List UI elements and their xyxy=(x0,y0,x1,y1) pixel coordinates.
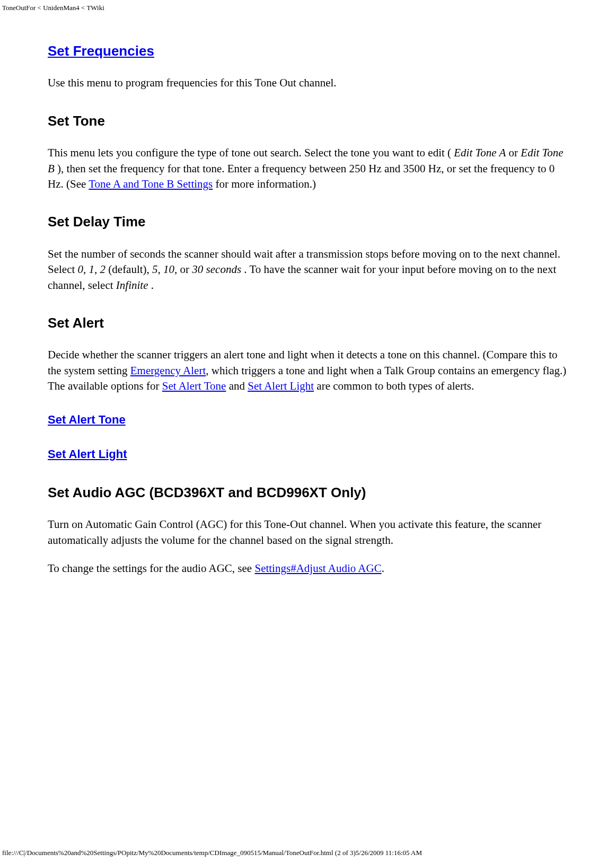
heading-set-alert: Set Alert xyxy=(48,313,568,332)
text: and xyxy=(226,380,248,392)
text: or xyxy=(506,146,521,159)
footer-file-path: file:///C|/Documents%20and%20Settings/PO… xyxy=(2,848,422,858)
content-area: Set Frequencies Use this menu to program… xyxy=(0,0,616,577)
header-breadcrumb: ToneOutFor < UnidenMan4 < TWiki xyxy=(2,3,104,13)
text: This menu lets you configure the type of… xyxy=(48,146,454,159)
link-set-frequencies[interactable]: Set Frequencies xyxy=(48,43,154,59)
paragraph-set-frequencies: Use this menu to program frequencies for… xyxy=(48,75,568,91)
em-delay-012: 0, 1, 2 xyxy=(78,263,106,276)
heading-set-tone: Set Tone xyxy=(48,111,568,130)
link-set-alert-tone-inline[interactable]: Set Alert Tone xyxy=(162,380,226,392)
text: are common to both types of alerts. xyxy=(314,380,474,392)
link-tone-ab-settings[interactable]: Tone A and Tone B Settings xyxy=(89,178,213,190)
link-emergency-alert[interactable]: Emergency Alert xyxy=(130,364,206,377)
em-edit-tone-a: Edit Tone A xyxy=(454,146,506,159)
heading-set-audio-agc: Set Audio AGC (BCD396XT and BCD996XT Onl… xyxy=(48,483,568,502)
link-set-alert-light-inline[interactable]: Set Alert Light xyxy=(248,380,314,392)
text: (default), xyxy=(105,263,152,276)
heading-set-delay-time: Set Delay Time xyxy=(48,212,568,231)
heading-set-frequencies: Set Frequencies xyxy=(48,41,568,60)
em-delay-infinite: Infinite xyxy=(116,279,148,292)
text: . xyxy=(148,279,154,292)
link-set-alert-tone[interactable]: Set Alert Tone xyxy=(48,413,126,426)
page: ToneOutFor < UnidenMan4 < TWiki Set Freq… xyxy=(0,0,616,863)
em-delay-510: 5, 10, xyxy=(152,263,177,276)
text: . xyxy=(382,562,384,575)
link-settings-adjust-agc[interactable]: Settings#Adjust Audio AGC xyxy=(254,562,381,575)
text: To change the settings for the audio AGC… xyxy=(48,562,254,575)
em-delay-30: 30 seconds xyxy=(192,263,241,276)
paragraph-set-tone: This menu lets you configure the type of… xyxy=(48,145,568,192)
paragraph-agc-2: To change the settings for the audio AGC… xyxy=(48,561,568,576)
text: for more information.) xyxy=(213,178,316,190)
paragraph-set-delay-time: Set the number of seconds the scanner sh… xyxy=(48,246,568,293)
text: or xyxy=(177,263,192,276)
paragraph-set-alert: Decide whether the scanner triggers an a… xyxy=(48,347,568,394)
heading-set-alert-light: Set Alert Light xyxy=(48,446,568,463)
link-set-alert-light[interactable]: Set Alert Light xyxy=(48,447,127,461)
paragraph-agc-1: Turn on Automatic Gain Control (AGC) for… xyxy=(48,517,568,548)
heading-set-alert-tone: Set Alert Tone xyxy=(48,412,568,428)
